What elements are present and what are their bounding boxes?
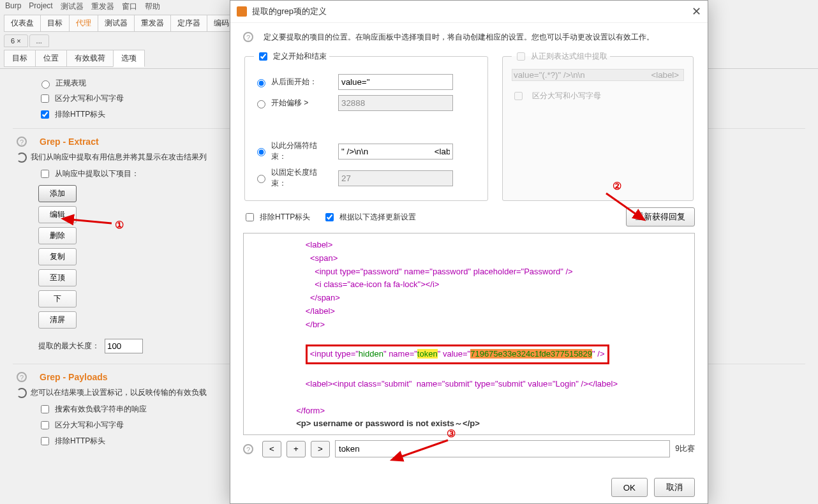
regex-group-label: 从正则表达式组中提取	[531, 51, 607, 62]
tab-tester[interactable]: 测试器	[98, 15, 135, 32]
subtab-more[interactable]: ...	[29, 34, 49, 47]
end-fixed-input	[338, 170, 453, 186]
menu-item[interactable]: 窗口	[122, 1, 137, 12]
refresh-icon	[17, 388, 27, 398]
max-len-input[interactable]	[105, 339, 143, 353]
regex-group-check	[517, 52, 525, 61]
dialog-desc: 定义要提取的项目的位置。在响应面板中选择项目时，将自动创建相应的设置。您也可以手…	[264, 32, 654, 43]
define-start-end-fieldset: 定义开始和结束 从后面开始： 开始偏移 > 以此分隔符结束： 以固定长度结束：	[244, 50, 488, 201]
search-next-button[interactable]: >	[311, 441, 330, 457]
tab-proxy[interactable]: 代理	[69, 15, 98, 32]
end-delim-radio[interactable]	[257, 148, 265, 156]
response-code-viewer[interactable]: <label> <span> <input type="password" na…	[243, 233, 695, 435]
tab-dashboard[interactable]: 仪表盘	[4, 15, 41, 32]
top-button[interactable]: 至顶	[38, 269, 77, 286]
highlighted-token-line: <input type="hidden" name="token" value=…	[306, 345, 609, 364]
itab-target[interactable]: 目标	[4, 50, 36, 67]
down-button[interactable]: 下	[38, 290, 77, 308]
menu-item[interactable]: Project	[29, 1, 52, 12]
clear-button[interactable]: 清屏	[38, 311, 77, 329]
itab-payload[interactable]: 有效载荷	[66, 50, 114, 67]
help-icon[interactable]: ?	[243, 444, 253, 454]
match-count: 9比赛	[675, 443, 695, 454]
extract-items-label: 从响应中提取以下项目：	[55, 168, 139, 179]
payload-case-check[interactable]	[41, 421, 49, 429]
help-icon[interactable]: ?	[17, 372, 27, 382]
define-start-end-label: 定义开始和结束	[273, 51, 327, 62]
search-input[interactable]	[335, 440, 670, 457]
start-after-input[interactable]	[338, 74, 453, 90]
extract-items-check[interactable]	[41, 170, 49, 178]
regex-case-check	[514, 92, 523, 100]
menu-item[interactable]: 测试器	[61, 1, 84, 12]
exclude-http-headers-check[interactable]	[246, 213, 254, 221]
menu-item[interactable]: Burp	[5, 1, 21, 12]
exclude-http-check[interactable]	[41, 110, 49, 119]
case-check[interactable]	[41, 94, 49, 103]
update-settings-check[interactable]	[325, 213, 334, 221]
grep-extract-title: Grep - Extract	[40, 137, 99, 147]
tab-target[interactable]: 目标	[40, 15, 70, 32]
app-icon	[237, 6, 247, 17]
regex-radio[interactable]	[41, 80, 50, 89]
tab-sequencer[interactable]: 定序器	[170, 15, 207, 32]
help-icon[interactable]: ?	[243, 32, 253, 42]
delete-button[interactable]: 删除	[38, 227, 77, 244]
refresh-icon	[17, 152, 27, 163]
start-offset-radio[interactable]	[257, 100, 265, 108]
grep-extract-desc: 我们从响应中提取有用信息并将其显示在攻击结果列	[31, 152, 207, 163]
end-fixed-radio[interactable]	[257, 175, 265, 183]
edit-button[interactable]: 编辑	[38, 206, 77, 223]
itab-position[interactable]: 位置	[35, 50, 67, 67]
copy-button[interactable]: 复制	[38, 248, 77, 265]
payload-search-check[interactable]	[41, 405, 49, 413]
extract-button-column: 添加 编辑 删除 复制 至顶 下 清屏	[38, 185, 77, 329]
payload-http-check[interactable]	[41, 437, 49, 445]
cancel-button[interactable]: 取消	[654, 478, 695, 497]
case-label: 区分大写和小写字母	[55, 93, 124, 104]
grep-extract-dialog: 提取的grep项的定义 ✕ ?定义要提取的项目的位置。在响应面板中选择项目时，将…	[230, 0, 708, 504]
define-start-end-check[interactable]	[259, 52, 267, 61]
grep-payloads-title: Grep - Payloads	[40, 372, 108, 382]
close-icon[interactable]: ✕	[692, 4, 701, 19]
grep-payloads-desc: 您可以在结果项上设置标记，以反映传输的有效负载	[31, 387, 207, 398]
ok-button[interactable]: OK	[611, 478, 648, 497]
tab-repeater[interactable]: 重发器	[134, 15, 171, 32]
dialog-title: 提取的grep项的定义	[252, 6, 327, 17]
menu-item[interactable]: 帮助	[145, 1, 160, 12]
help-icon[interactable]: ?	[17, 137, 27, 147]
start-offset-input	[338, 95, 453, 111]
exclude-http-label: 排除HTTP标头	[55, 109, 105, 120]
itab-options[interactable]: 选项	[113, 50, 145, 67]
max-len-label: 提取的最大长度：	[38, 341, 100, 352]
refetch-button[interactable]: 重新获得回复	[626, 207, 695, 226]
dialog-titlebar: 提取的grep项的定义 ✕	[230, 1, 708, 23]
menu-item[interactable]: 重发器	[91, 1, 114, 12]
add-button[interactable]: 添加	[38, 185, 77, 202]
start-after-radio[interactable]	[257, 79, 265, 87]
regex-group-input	[512, 69, 684, 81]
end-delim-input[interactable]	[338, 144, 453, 159]
regex-group-fieldset: 从正则表达式组中提取 区分大写和小写字母	[502, 50, 694, 201]
search-add-button[interactable]: +	[286, 441, 306, 457]
regex-label: 正规表现	[56, 78, 86, 89]
subtab-6[interactable]: 6 ×	[4, 34, 28, 47]
search-prev-button[interactable]: <	[262, 441, 281, 457]
